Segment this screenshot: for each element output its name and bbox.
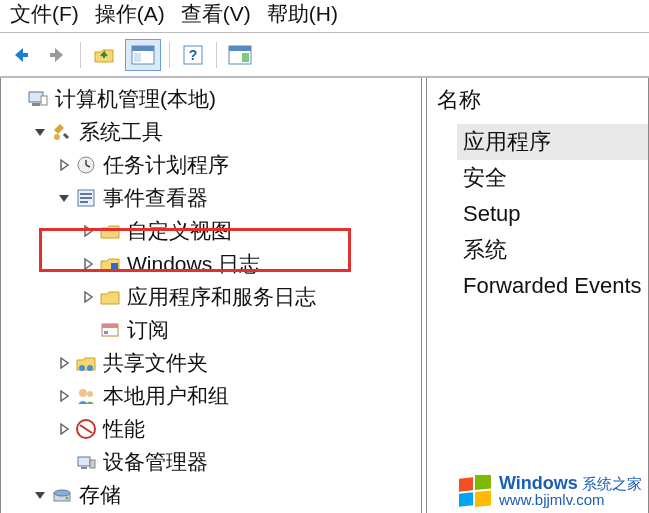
- tree-node-storage[interactable]: 存储: [31, 478, 421, 511]
- collapse-icon[interactable]: [31, 123, 49, 141]
- tree-pane: 计算机管理(本地) 系统工具: [0, 78, 422, 513]
- svg-rect-28: [78, 457, 90, 466]
- tree-node-custom-views[interactable]: 自定义视图: [79, 214, 421, 247]
- svg-rect-9: [242, 53, 249, 62]
- expand-icon[interactable]: [55, 354, 73, 372]
- list-item[interactable]: 安全: [457, 160, 648, 196]
- toolbar-separator: [80, 42, 81, 68]
- svg-rect-37: [459, 477, 473, 491]
- tree-label: 设备管理器: [103, 445, 208, 479]
- tree-node-app-services-logs[interactable]: 应用程序和服务日志: [79, 280, 421, 313]
- watermark: Windows 系统之家 www.bjjmlv.com: [457, 475, 642, 511]
- tree-node-windows-logs[interactable]: Windows 日志: [79, 247, 421, 280]
- tree-node-subscriptions[interactable]: 订阅: [79, 313, 421, 346]
- toolbar-separator: [216, 42, 217, 68]
- menu-bar: 文件(F) 操作(A) 查看(V) 帮助(H): [0, 0, 649, 33]
- nav-forward-button[interactable]: [42, 40, 72, 70]
- tree-label: 计算机管理(本地): [55, 82, 216, 116]
- expand-icon[interactable]: [55, 156, 73, 174]
- up-folder-button[interactable]: [89, 40, 119, 70]
- menu-view[interactable]: 查看(V): [179, 2, 253, 26]
- shared-folder-icon: [75, 352, 97, 374]
- tree-label: 系统工具: [79, 115, 163, 149]
- svg-rect-30: [90, 460, 95, 468]
- menu-action[interactable]: 操作(A): [93, 2, 167, 26]
- svg-point-25: [79, 389, 87, 397]
- event-viewer-icon: [75, 187, 97, 209]
- help-icon: ?: [182, 44, 204, 66]
- arrow-left-icon: [10, 44, 32, 66]
- svg-rect-0: [18, 53, 28, 57]
- menu-help[interactable]: 帮助(H): [265, 2, 340, 26]
- svg-point-32: [54, 490, 70, 496]
- tree-node-event-viewer[interactable]: 事件查看器: [55, 181, 421, 214]
- svg-rect-12: [41, 96, 47, 105]
- nav-back-button[interactable]: [6, 40, 36, 70]
- log-list: 应用程序 安全 Setup 系统 Forwarded Events: [427, 122, 648, 304]
- window-icon: [131, 45, 155, 65]
- svg-rect-39: [459, 492, 473, 506]
- watermark-url: www.bjjmlv.com: [499, 492, 642, 508]
- list-item[interactable]: Setup: [457, 196, 648, 232]
- tree-label: 事件查看器: [103, 181, 208, 215]
- tree-node-device-manager[interactable]: 设备管理器: [55, 445, 421, 478]
- tree-label: 应用程序和服务日志: [127, 280, 316, 314]
- device-manager-icon: [75, 451, 97, 473]
- nav-tree[interactable]: 计算机管理(本地) 系统工具: [1, 78, 421, 513]
- expand-icon[interactable]: [55, 420, 73, 438]
- tree-label: 本地用户和组: [103, 379, 229, 413]
- folder-icon: [99, 220, 121, 242]
- tree-label: 性能: [103, 412, 145, 446]
- tree-node-performance[interactable]: 性能: [55, 412, 421, 445]
- windows-logo-icon: [457, 475, 493, 511]
- tree-node-root[interactable]: 计算机管理(本地): [7, 82, 421, 115]
- svg-point-33: [66, 496, 69, 499]
- folder-icon: [99, 253, 121, 275]
- tree-label: 任务计划程序: [103, 148, 229, 182]
- svg-rect-38: [475, 475, 491, 490]
- svg-rect-16: [80, 193, 92, 195]
- svg-rect-3: [132, 46, 154, 51]
- arrow-right-icon: [46, 44, 68, 66]
- watermark-subtitle: 系统之家: [582, 475, 642, 492]
- folder-icon: [99, 286, 121, 308]
- showhide-pane-button[interactable]: [225, 40, 255, 70]
- tree-label: Windows 日志: [127, 247, 260, 281]
- svg-rect-8: [229, 46, 251, 51]
- users-icon: [75, 385, 97, 407]
- svg-text:?: ?: [189, 47, 198, 63]
- tree-node-local-users[interactable]: 本地用户和组: [55, 379, 421, 412]
- toolbar-separator: [169, 42, 170, 68]
- folder-up-icon: [93, 44, 115, 66]
- tree-node-systools[interactable]: 系统工具: [31, 115, 421, 148]
- svg-point-23: [79, 365, 85, 371]
- expand-icon[interactable]: [79, 222, 97, 240]
- svg-rect-19: [111, 263, 118, 270]
- help-button[interactable]: ?: [178, 40, 208, 70]
- column-header-name[interactable]: 名称: [427, 78, 648, 122]
- svg-rect-1: [50, 53, 60, 57]
- svg-rect-40: [475, 490, 491, 507]
- toolbar: ?: [0, 33, 649, 77]
- list-item[interactable]: 应用程序: [457, 124, 648, 160]
- tools-icon: [51, 121, 73, 143]
- menu-file[interactable]: 文件(F): [8, 2, 81, 26]
- tree-node-task-scheduler[interactable]: 任务计划程序: [55, 148, 421, 181]
- collapse-icon[interactable]: [31, 486, 49, 504]
- list-item[interactable]: Forwarded Events: [457, 268, 648, 304]
- storage-icon: [51, 484, 73, 506]
- expand-icon[interactable]: [79, 255, 97, 273]
- expand-icon[interactable]: [55, 387, 73, 405]
- svg-rect-22: [104, 331, 108, 334]
- svg-rect-18: [80, 201, 88, 203]
- tree-label: 存储: [79, 478, 121, 512]
- computer-mgmt-icon: [27, 88, 49, 110]
- expand-icon[interactable]: [79, 288, 97, 306]
- list-item[interactable]: 系统: [457, 232, 648, 268]
- tree-node-shared-folders[interactable]: 共享文件夹: [55, 346, 421, 379]
- properties-button[interactable]: [125, 39, 161, 71]
- tree-label: 共享文件夹: [103, 346, 208, 380]
- collapse-icon[interactable]: [55, 189, 73, 207]
- svg-point-26: [87, 391, 93, 397]
- tree-label: 订阅: [127, 313, 169, 347]
